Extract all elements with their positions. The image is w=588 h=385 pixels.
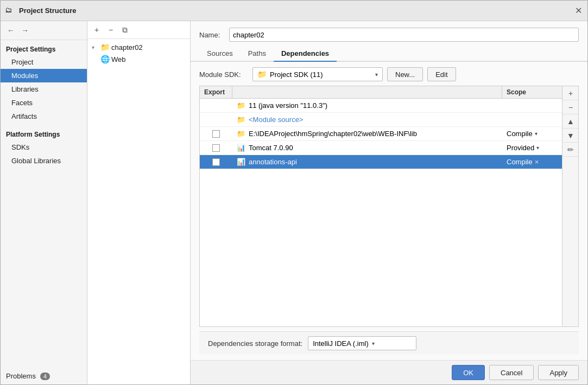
- sidebar-item-modules[interactable]: Modules: [1, 69, 87, 82]
- col-scope-header: Scope: [502, 86, 562, 98]
- cancel-button[interactable]: Cancel: [489, 365, 534, 380]
- tree-copy-button[interactable]: ⧉: [119, 24, 131, 36]
- add-dep-button[interactable]: +: [562, 86, 579, 100]
- project-settings-header: Project Settings: [1, 40, 87, 55]
- name-cell: 📊 annotations-api: [232, 156, 502, 168]
- back-button[interactable]: ←: [5, 24, 17, 36]
- col-name-header: [232, 86, 502, 98]
- deps-table: Export Scope 📁 11 (java version "11.0.3"…: [200, 86, 562, 326]
- close-button[interactable]: ✕: [573, 6, 583, 16]
- storage-dropdown[interactable]: IntelliJ IDEA (.iml) ▾: [308, 336, 416, 350]
- export-checkbox[interactable]: [212, 130, 220, 138]
- sdk-label: Module SDK:: [199, 70, 248, 79]
- export-checkbox[interactable]: [212, 158, 220, 166]
- scope-cell: [502, 118, 562, 121]
- tree-item-web[interactable]: 🌐 Web: [87, 53, 190, 65]
- dep-name: 11 (java version "11.0.3"): [249, 101, 327, 110]
- col-export-header: Export: [200, 86, 232, 98]
- project-structure-window: 🗂 Project Structure ✕ ← → Project Settin…: [0, 0, 588, 385]
- sidebar-problems[interactable]: Problems 4: [1, 368, 87, 384]
- table-row[interactable]: 📊 Tomcat 7.0.90 Provided ▾: [200, 141, 562, 155]
- sdk-row: Module SDK: 📁 Project SDK (11) ▾ New... …: [199, 67, 579, 81]
- move-down-button[interactable]: ▼: [562, 129, 579, 143]
- export-cell: [200, 104, 232, 107]
- name-input[interactable]: [229, 28, 579, 42]
- tab-dependencies[interactable]: Dependencies: [274, 46, 337, 62]
- sidebar-item-artifacts[interactable]: Artifacts: [1, 110, 87, 123]
- scope-cell: [502, 104, 562, 107]
- tree-item-chapter02[interactable]: ▾ 📁 chapter02: [87, 41, 190, 53]
- dep-name: <Module source>: [249, 116, 303, 124]
- scope-cell[interactable]: Compile ×: [502, 156, 562, 168]
- move-up-button[interactable]: ▲: [562, 114, 579, 129]
- remove-dep-button[interactable]: −: [562, 100, 579, 114]
- folder-icon: 📁: [100, 43, 109, 52]
- tab-sources[interactable]: Sources: [199, 46, 241, 62]
- scope-dropdown-icon[interactable]: ▾: [535, 131, 538, 137]
- folder-icon: 📁: [237, 130, 245, 138]
- tree-toolbar: + − ⧉: [87, 21, 190, 39]
- scope-value: Compile: [507, 130, 533, 138]
- sidebar-item-libraries[interactable]: Libraries: [1, 82, 87, 96]
- export-cell: [200, 118, 232, 121]
- sdk-edit-button[interactable]: Edit: [427, 67, 456, 81]
- name-label: Name:: [199, 31, 224, 39]
- scope-cell[interactable]: Provided ▾: [502, 142, 562, 153]
- export-cell[interactable]: [200, 129, 232, 139]
- export-checkbox[interactable]: [212, 144, 220, 152]
- tree-arrow-icon: ▾: [92, 44, 98, 50]
- tab-paths[interactable]: Paths: [241, 46, 274, 62]
- sidebar-item-sdks[interactable]: SDKs: [1, 140, 87, 154]
- storage-label: Dependencies storage format:: [208, 339, 302, 348]
- problems-label: Problems: [6, 372, 36, 380]
- window-title: Project Structure: [19, 7, 76, 15]
- scope-remove-icon[interactable]: ×: [535, 158, 539, 166]
- forward-button[interactable]: →: [19, 24, 31, 36]
- table-row[interactable]: 📁 11 (java version "11.0.3"): [200, 99, 562, 113]
- tabs-row: Sources Paths Dependencies: [191, 46, 587, 62]
- dep-name: annotations-api: [249, 158, 297, 166]
- ok-button[interactable]: OK: [452, 365, 485, 380]
- sdk-new-button[interactable]: New...: [387, 67, 423, 81]
- problems-badge: 4: [40, 373, 50, 380]
- scope-value: Provided: [507, 144, 534, 152]
- sdk-dropdown[interactable]: 📁 Project SDK (11) ▾: [252, 67, 383, 81]
- storage-value: IntelliJ IDEA (.iml): [313, 339, 369, 348]
- tree-item-label-web: Web: [111, 55, 126, 63]
- export-cell[interactable]: [200, 157, 232, 168]
- dep-name: Tomcat 7.0.90: [249, 144, 293, 152]
- table-side-buttons: + − ▲ ▼ ✏: [562, 86, 578, 326]
- name-cell: 📁 <Module source>: [232, 114, 502, 125]
- scope-dropdown-icon[interactable]: ▾: [536, 145, 539, 151]
- name-row: Name:: [191, 21, 587, 46]
- module-tree: + − ⧉ ▾ 📁 chapter02 🌐 Web: [87, 21, 191, 384]
- export-cell[interactable]: [200, 143, 232, 153]
- scope-cell[interactable]: Compile ▾: [502, 128, 562, 139]
- deps-table-header: Export Scope: [200, 86, 562, 99]
- edit-dep-button[interactable]: ✏: [562, 143, 579, 157]
- tree-item-label-chapter02: chapter02: [111, 43, 143, 52]
- table-row[interactable]: 📁 E:\IDEAProject\hmSpring\chapter02\web\…: [200, 127, 562, 141]
- apply-button[interactable]: Apply: [538, 365, 579, 380]
- tree-add-button[interactable]: +: [91, 24, 103, 36]
- scope-value: Compile: [507, 158, 533, 166]
- sidebar-item-facets[interactable]: Facets: [1, 96, 87, 110]
- library-icon: 📊: [237, 144, 245, 152]
- sidebar: ← → Project Settings Project Modules Lib…: [1, 21, 87, 384]
- name-cell: 📊 Tomcat 7.0.90: [232, 142, 502, 153]
- sidebar-nav: ← →: [1, 21, 87, 40]
- folder-icon: 📁: [237, 116, 245, 124]
- sidebar-item-global-libraries[interactable]: Global Libraries: [1, 154, 87, 168]
- folder-icon: 📁: [237, 101, 245, 110]
- table-row[interactable]: 📊 annotations-api Compile ×: [200, 155, 562, 169]
- dialog-buttons: OK Cancel Apply: [191, 360, 587, 384]
- sdk-dropdown-arrow-icon: ▾: [375, 72, 378, 78]
- main-body: ← → Project Settings Project Modules Lib…: [1, 21, 587, 384]
- tree-remove-button[interactable]: −: [105, 24, 117, 36]
- table-row[interactable]: 📁 <Module source>: [200, 113, 562, 127]
- titlebar-left: 🗂 Project Structure: [5, 6, 76, 16]
- tree-content: ▾ 📁 chapter02 🌐 Web: [87, 39, 190, 67]
- sidebar-item-project[interactable]: Project: [1, 55, 87, 69]
- deps-table-container: Export Scope 📁 11 (java version "11.0.3"…: [199, 86, 579, 327]
- content-panel: Name: Sources Paths Dependencies Module …: [191, 21, 587, 384]
